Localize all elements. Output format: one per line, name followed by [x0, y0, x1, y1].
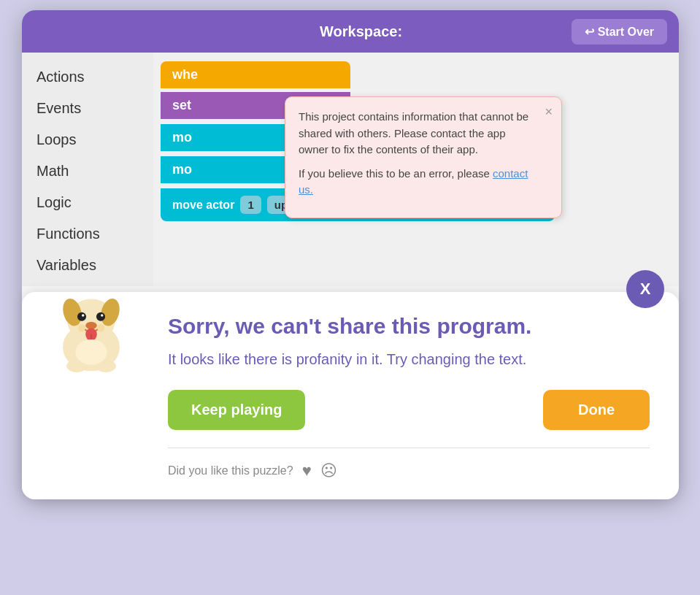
sidebar: Actions Events Loops Math Logic Function… [22, 53, 153, 286]
sidebar-item-events[interactable]: Events [22, 93, 153, 124]
done-button[interactable]: Done [543, 390, 650, 430]
svg-point-7 [101, 314, 103, 316]
sidebar-item-math[interactable]: Math [22, 156, 153, 187]
main-content: Actions Events Loops Math Logic Function… [22, 53, 679, 286]
workspace-area: whe set mo mo move actor 1 up 500 pixels [153, 53, 679, 286]
bottom-modal: X Sorry, we can't share this program. It… [22, 292, 679, 499]
modal-buttons: Keep playing Done [168, 390, 650, 430]
modal-divider [168, 448, 650, 448]
modal-close-button[interactable]: X [626, 270, 664, 308]
svg-point-6 [96, 312, 105, 321]
top-section: Workspace: ↩ Start Over Actions Events L… [22, 10, 679, 286]
error-tooltip: × This project contains information that… [285, 96, 562, 218]
workspace-label: Workspace: [150, 23, 572, 40]
page-wrapper: Workspace: ↩ Start Over Actions Events L… [0, 0, 700, 595]
move-actor-label: move actor [172, 199, 234, 212]
header: Workspace: ↩ Start Over [22, 10, 679, 53]
sidebar-item-actions[interactable]: Actions [22, 61, 153, 93]
sidebar-item-functions[interactable]: Functions [22, 218, 153, 250]
heart-icon[interactable]: ♥ [302, 461, 312, 480]
svg-point-13 [75, 339, 107, 365]
svg-point-4 [77, 312, 86, 321]
block-when: whe [161, 61, 350, 88]
dog-illustration [44, 277, 139, 375]
sad-icon[interactable]: ☹ [320, 461, 337, 480]
sidebar-item-logic[interactable]: Logic [22, 187, 153, 218]
error-close-button[interactable]: × [545, 104, 553, 120]
sidebar-item-variables[interactable]: Variables [22, 250, 153, 281]
keep-playing-button[interactable]: Keep playing [168, 390, 305, 430]
modal-subtitle: It looks like there is profanity in it. … [168, 349, 650, 369]
actor-num[interactable]: 1 [240, 196, 261, 214]
modal-feedback: Did you like this puzzle? ♥ ☹ [168, 461, 650, 480]
error-message-1: This project contains information that c… [299, 109, 535, 158]
modal-title: Sorry, we can't share this program. [168, 314, 650, 339]
combined-window: Workspace: ↩ Start Over Actions Events L… [22, 10, 679, 499]
feedback-text: Did you like this puzzle? [168, 464, 293, 477]
error-message-2: If you believe this to be an error, plea… [299, 166, 535, 199]
svg-point-15 [97, 324, 104, 331]
svg-point-14 [78, 324, 85, 331]
sidebar-item-loops[interactable]: Loops [22, 124, 153, 156]
svg-point-5 [82, 314, 84, 316]
start-over-button[interactable]: ↩ Start Over [572, 19, 667, 45]
